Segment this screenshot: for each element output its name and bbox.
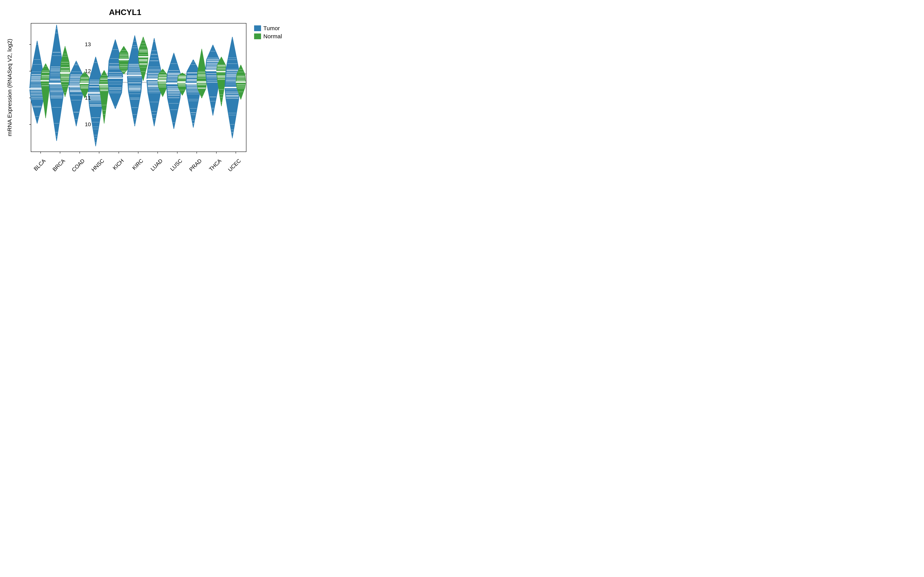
legend-entry-tumor: Tumor — [254, 25, 282, 32]
xtick-mark — [119, 152, 119, 153]
ytick-label: 12 — [79, 68, 91, 74]
ytick-mark — [29, 98, 31, 98]
xtick-mark — [60, 152, 60, 153]
xtick-label: THCA — [199, 158, 223, 181]
xtick-label: LUSC — [160, 158, 184, 181]
xtick-mark — [216, 152, 216, 153]
ytick-label: 10 — [79, 121, 91, 127]
ytick-mark — [29, 44, 31, 45]
legend: Tumor Normal — [254, 25, 282, 41]
xtick-mark — [79, 152, 80, 153]
chart-title: AHCYL1 — [0, 8, 250, 17]
xtick-label: UCEC — [219, 158, 242, 181]
xtick-label: BLCA — [24, 158, 47, 181]
y-axis-label: mRNA Expression (RNASeq V2, log2) — [6, 23, 13, 152]
xtick-mark — [236, 152, 236, 153]
xtick-label: PRAD — [179, 158, 203, 181]
legend-entry-normal: Normal — [254, 33, 282, 40]
legend-label-tumor: Tumor — [263, 25, 280, 32]
xtick-mark — [177, 152, 178, 153]
ytick-mark — [29, 71, 31, 71]
xtick-mark — [138, 152, 138, 153]
xtick-label: KIRC — [121, 158, 145, 181]
xtick-label: KICH — [102, 158, 125, 181]
bean-normal-ucec — [236, 23, 246, 152]
xtick-mark — [197, 152, 197, 153]
xtick-mark — [157, 152, 158, 153]
plot-area — [31, 23, 246, 152]
xtick-label: LUAD — [141, 158, 164, 181]
ytick-label: 13 — [79, 41, 91, 47]
xtick-label: COAD — [63, 158, 86, 181]
xtick-mark — [40, 152, 41, 153]
xtick-mark — [99, 152, 99, 153]
ytick-label: 11 — [79, 95, 91, 101]
xtick-label: HNSC — [82, 158, 105, 181]
ytick-mark — [29, 124, 31, 125]
legend-swatch-tumor — [254, 26, 261, 31]
xtick-label: BRCA — [43, 158, 66, 181]
legend-swatch-normal — [254, 34, 261, 39]
legend-label-normal: Normal — [263, 33, 282, 40]
